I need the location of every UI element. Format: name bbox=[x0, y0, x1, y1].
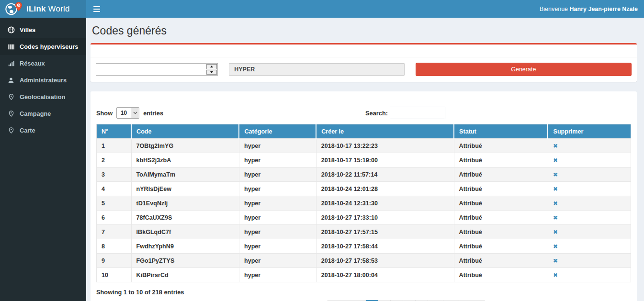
chevron-down-icon bbox=[131, 108, 139, 118]
created-cell: 2018-10-24 12:01:28 bbox=[316, 182, 454, 196]
generator-panel-header bbox=[90, 45, 637, 57]
search-label: Search: bbox=[365, 110, 388, 117]
codes-table: N°CodeCatégorieCréer leStatutSupprimer 1… bbox=[96, 124, 631, 282]
spin-down-button[interactable] bbox=[206, 70, 217, 75]
map-marker-icon bbox=[7, 127, 15, 134]
sidebar-item-g-olocalisation[interactable]: Géolocalisation bbox=[0, 89, 86, 105]
status-cell: Attribué bbox=[454, 211, 548, 225]
delete-icon[interactable]: ✖ bbox=[553, 200, 558, 207]
row-number: 2 bbox=[97, 153, 132, 167]
brand[interactable]: $ iLink World bbox=[0, 0, 86, 18]
delete-icon[interactable]: ✖ bbox=[553, 171, 558, 178]
chevron-up-icon bbox=[210, 66, 213, 67]
code-cell: tD1EvqNzIj bbox=[131, 196, 239, 211]
row-number: 5 bbox=[97, 196, 132, 211]
column-header-0[interactable]: N° bbox=[97, 124, 132, 139]
table-row: 17OBtg2lmYGhyper2018-10-17 13:22:23Attri… bbox=[97, 139, 631, 153]
sidebar-item-codes-hyperviseurs[interactable]: Codes hyperviseurs bbox=[0, 38, 86, 55]
delete-cell: ✖ bbox=[548, 182, 631, 196]
delete-icon[interactable]: ✖ bbox=[553, 243, 558, 250]
sidebar-item-label: Codes hyperviseurs bbox=[20, 43, 78, 50]
show-label: Show bbox=[96, 110, 113, 117]
delete-icon[interactable]: ✖ bbox=[553, 214, 558, 221]
column-header-2[interactable]: Catégorie bbox=[239, 124, 316, 139]
table-info: Showing 1 to 10 of 218 entries bbox=[96, 289, 631, 296]
page-title: Codes générés bbox=[92, 24, 635, 37]
table-row: 5tD1EvqNzIjhyper2018-10-24 12:31:30Attri… bbox=[97, 196, 631, 211]
map-marker-icon bbox=[7, 110, 15, 117]
delete-icon[interactable]: ✖ bbox=[553, 157, 558, 164]
navbar-main: Bienvenue Hanry Jean-pierre Nzale bbox=[86, 0, 644, 18]
delete-cell: ✖ bbox=[548, 268, 631, 282]
delete-cell: ✖ bbox=[548, 254, 631, 268]
category-cell: hyper bbox=[239, 153, 316, 167]
category-cell: hyper bbox=[239, 225, 316, 239]
sidebar-item-campagne[interactable]: Campagne bbox=[0, 105, 86, 122]
sidebar-item-administrateurs[interactable]: Administrateurs bbox=[0, 72, 86, 89]
row-number: 1 bbox=[97, 139, 132, 153]
category-cell: hyper bbox=[239, 268, 316, 282]
sidebar-item-label: Campagne bbox=[20, 110, 51, 117]
welcome-text: Bienvenue Hanry Jean-pierre Nzale bbox=[540, 6, 644, 12]
delete-icon[interactable]: ✖ bbox=[553, 143, 558, 149]
delete-cell: ✖ bbox=[548, 153, 631, 167]
category-cell: hyper bbox=[239, 211, 316, 225]
delete-icon[interactable]: ✖ bbox=[553, 257, 558, 264]
column-header-3[interactable]: Créer le bbox=[316, 124, 454, 139]
table-row: 3ToAiMymaTmhyper2018-10-22 11:57:14Attri… bbox=[97, 167, 631, 182]
sidebar-item-villes[interactable]: Villes bbox=[0, 22, 86, 38]
signal-icon bbox=[7, 60, 15, 67]
sidebar-item-label: Villes bbox=[20, 26, 35, 33]
delete-icon[interactable]: ✖ bbox=[553, 186, 558, 192]
table-row: 9FGo1PyZTYShyper2018-10-27 17:58:53Attri… bbox=[97, 254, 631, 268]
page-length-select[interactable]: 10 bbox=[116, 107, 139, 119]
category-cell: hyper bbox=[239, 196, 316, 211]
sidebar-item-r-seaux[interactable]: Réseaux bbox=[0, 55, 86, 72]
delete-cell: ✖ bbox=[548, 211, 631, 225]
delete-icon[interactable]: ✖ bbox=[553, 272, 558, 279]
column-header-4[interactable]: Statut bbox=[454, 124, 548, 139]
sidebar-item-carte[interactable]: Carte bbox=[0, 122, 86, 139]
delete-icon[interactable]: ✖ bbox=[553, 229, 558, 235]
status-cell: Attribué bbox=[454, 196, 548, 211]
code-cell: ToAiMymaTm bbox=[131, 167, 239, 182]
status-cell: Attribué bbox=[454, 239, 548, 254]
top-navbar: $ iLink World Bienvenue Hanry Jean-pierr… bbox=[0, 0, 644, 18]
spin-up-button[interactable] bbox=[206, 64, 217, 69]
quantity-input[interactable] bbox=[96, 64, 206, 75]
sidebar-item-label: Géolocalisation bbox=[20, 93, 65, 100]
table-row: 10KiBPirsrCdhyper2018-10-27 18:00:04Attr… bbox=[97, 268, 631, 282]
column-header-5[interactable]: Supprimer bbox=[548, 124, 631, 139]
created-cell: 2018-10-22 11:57:14 bbox=[316, 167, 454, 182]
sidebar-item-label: Réseaux bbox=[20, 60, 45, 67]
chevron-down-icon bbox=[210, 71, 213, 73]
category-cell: hyper bbox=[239, 254, 316, 268]
row-number: 4 bbox=[97, 182, 132, 196]
page-length-control: Show 10 entries bbox=[96, 107, 163, 119]
created-cell: 2018-10-27 17:57:15 bbox=[316, 225, 454, 239]
search-input[interactable] bbox=[390, 107, 445, 119]
brand-title: iLink World bbox=[26, 4, 70, 14]
code-cell: 78fCaUXZ9S bbox=[131, 211, 239, 225]
created-cell: 2018-10-27 18:00:04 bbox=[316, 268, 454, 282]
row-number: 7 bbox=[97, 225, 132, 239]
code-cell: kbHS2j3zbA bbox=[131, 153, 239, 167]
status-cell: Attribué bbox=[454, 254, 548, 268]
sidebar-item-label: Administrateurs bbox=[20, 77, 67, 84]
row-number: 10 bbox=[97, 268, 132, 282]
code-cell: KiBPirsrCd bbox=[131, 268, 239, 282]
user-icon bbox=[7, 77, 15, 84]
delete-cell: ✖ bbox=[548, 167, 631, 182]
generate-button[interactable]: Generate bbox=[416, 63, 632, 76]
created-cell: 2018-10-27 17:58:44 bbox=[316, 239, 454, 254]
table-row: 8FwdhzYphN9hyper2018-10-27 17:58:44Attri… bbox=[97, 239, 631, 254]
table-row: 4nYRIsDjEewhyper2018-10-24 12:01:28Attri… bbox=[97, 182, 631, 196]
status-cell: Attribué bbox=[454, 167, 548, 182]
created-cell: 2018-10-17 15:19:00 bbox=[316, 153, 454, 167]
code-cell: FGo1PyZTYS bbox=[131, 254, 239, 268]
quantity-stepper[interactable] bbox=[96, 63, 218, 76]
category-cell: hyper bbox=[239, 167, 316, 182]
column-header-1[interactable]: Code bbox=[131, 124, 239, 139]
sidebar-toggle-button[interactable] bbox=[86, 0, 107, 18]
globe-icon bbox=[7, 26, 15, 33]
